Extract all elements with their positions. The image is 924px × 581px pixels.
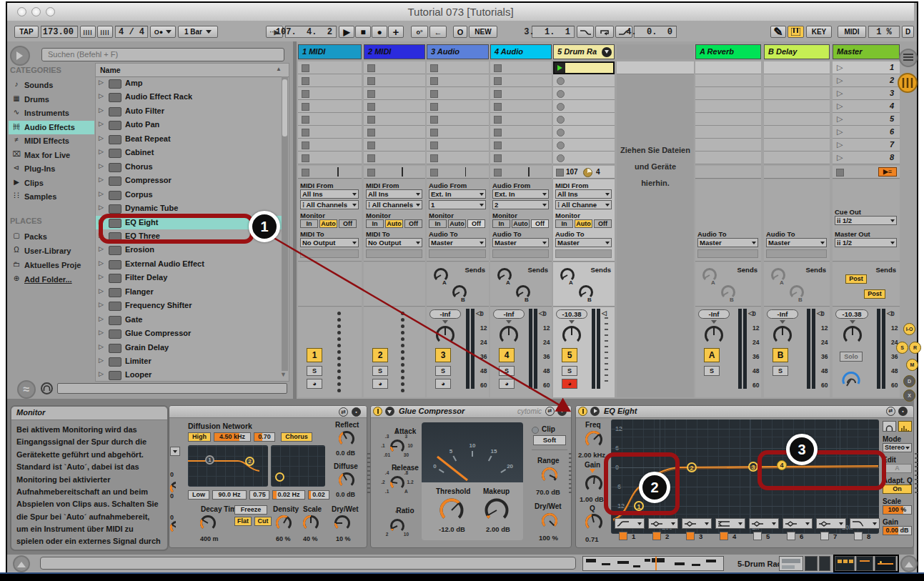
clip-stop-button[interactable] — [430, 141, 438, 149]
browser-item-corpus[interactable]: ▷Corpus — [96, 188, 283, 202]
band-6-activate-checkbox[interactable] — [787, 532, 795, 540]
input-type-chooser[interactable]: All Ins — [366, 189, 422, 199]
browser-item-beat-repeat[interactable]: ▷Beat Repeat — [96, 132, 283, 146]
diffusion-eq-display[interactable]: 12 — [188, 445, 268, 487]
preview-headphone-icon[interactable] — [41, 382, 53, 394]
clip-slot[interactable] — [695, 139, 761, 152]
pan-knob[interactable] — [842, 324, 863, 346]
clip-slot[interactable] — [364, 87, 425, 100]
density-knob[interactable] — [274, 514, 293, 532]
sidebar-item-packs[interactable]: ▢Packs — [9, 230, 94, 244]
band-1-activate-checkbox[interactable] — [619, 532, 627, 540]
mode-chooser[interactable]: Stereo — [883, 443, 912, 452]
sidebar-item-samples[interactable]: ᎒᎒Samples — [9, 190, 94, 204]
send-b-knob[interactable] — [720, 284, 737, 301]
input-type-chooser[interactable]: Ext. In — [492, 189, 549, 199]
scene-slot[interactable]: ▷3 — [833, 87, 900, 100]
low-freq-value[interactable]: 90.0 Hz — [212, 490, 247, 500]
send-a-knob[interactable] — [432, 267, 449, 284]
sidebar-item-user-library[interactable]: ΩUser-Library — [9, 244, 94, 258]
scene-slot[interactable]: ▷6 — [833, 126, 900, 139]
clip-stop-button[interactable] — [367, 129, 375, 136]
diffuse-knob[interactable] — [337, 471, 356, 490]
chorus-amount-value[interactable]: 0.02 — [308, 490, 329, 500]
input-channel-chooser[interactable]: 1 — [429, 200, 486, 209]
input-channel-chooser[interactable]: 2 — [492, 200, 549, 209]
session-record-button[interactable]: o° — [411, 26, 428, 38]
tempo-field[interactable]: 173.00 — [41, 26, 78, 38]
session-overview-icon[interactable] — [899, 49, 918, 67]
monitor-auto-button[interactable]: Auto — [575, 219, 592, 228]
cut-button[interactable]: Cut — [254, 517, 272, 526]
gain-knob[interactable] — [584, 474, 604, 494]
volume-value[interactable]: -Inf — [493, 309, 525, 319]
capture-new-button[interactable]: NEW — [469, 26, 497, 38]
input-type-chooser[interactable]: All Ins — [300, 189, 359, 199]
high-q-value[interactable]: 0.70 — [254, 432, 275, 442]
clip-slot[interactable] — [490, 139, 552, 152]
scene-slot[interactable]: ▷7 — [833, 139, 900, 152]
browser-item-flanger[interactable]: ▷Flanger — [96, 285, 283, 299]
spectrum-button[interactable] — [898, 421, 912, 432]
monitor-off-button[interactable]: Off — [404, 219, 422, 228]
clip-stop-button[interactable] — [494, 154, 502, 162]
browser-item-external-audio-effect[interactable]: ▷External Audio Effect — [96, 257, 283, 271]
sidebar-item-instruments[interactable]: ∿Instruments — [9, 106, 94, 120]
output-chooser[interactable]: No Output — [300, 238, 359, 247]
decay-time-knob[interactable] — [199, 514, 217, 532]
clip-slot[interactable] — [298, 74, 362, 87]
arm-button[interactable]: ◕ — [435, 379, 451, 389]
cue-post-b-button[interactable]: Post — [864, 289, 885, 299]
chorus-node[interactable] — [275, 472, 284, 482]
clip-slot[interactable] — [490, 61, 552, 74]
scene-play-icon[interactable]: ▷ — [837, 101, 843, 111]
browser-item-filter-delay[interactable]: ▷Filter Delay — [96, 271, 283, 284]
disclosure-icon[interactable]: ▷ — [99, 176, 104, 183]
pan-knob[interactable] — [434, 324, 456, 346]
master-out-chooser[interactable]: ii 1/2 — [835, 238, 897, 247]
disclosure-icon[interactable]: ▷ — [99, 218, 104, 225]
cue-volume-knob[interactable] — [840, 367, 863, 390]
clip-slot[interactable] — [695, 113, 761, 126]
mixer-toggle-m[interactable]: M — [906, 359, 918, 371]
clip-record-button[interactable] — [557, 129, 565, 136]
disclosure-icon[interactable]: ▷ — [99, 148, 104, 155]
pan-knob[interactable] — [561, 324, 582, 346]
output-chooser[interactable]: Master — [697, 238, 758, 247]
scroll-down-icon[interactable]: ▼ — [280, 371, 287, 378]
clip-slot[interactable] — [695, 100, 761, 113]
clip-slot[interactable] — [695, 61, 761, 74]
sidebar-item-plug-ins[interactable]: ⊲Plug-Ins — [9, 162, 94, 176]
browser-item-grain-delay[interactable]: ▷Grain Delay — [96, 341, 283, 354]
mixer-toggle-d[interactable]: D — [903, 375, 915, 387]
master-track-header[interactable]: Master — [833, 44, 900, 59]
midi-map-button[interactable]: MIDI — [838, 26, 866, 38]
send-a-knob[interactable] — [770, 267, 787, 284]
solo-button[interactable]: S — [435, 366, 451, 376]
browser-item-auto-pan[interactable]: ▷Auto Pan — [96, 118, 283, 131]
clip-slot[interactable] — [764, 139, 830, 152]
clip-slot[interactable] — [298, 139, 362, 152]
clip-stop-button[interactable] — [494, 141, 502, 149]
monitor-off-button[interactable]: Off — [594, 219, 612, 228]
solo-button[interactable]: S — [773, 366, 788, 376]
send-a-knob[interactable] — [496, 267, 513, 284]
clip-stop-button[interactable] — [494, 129, 502, 136]
clip-record-button[interactable] — [557, 90, 565, 98]
disclosure-icon[interactable]: ▷ — [99, 357, 104, 364]
clip-slot[interactable] — [298, 100, 362, 113]
arm-button[interactable]: ◕ — [499, 379, 515, 389]
send-b-knob[interactable] — [515, 284, 532, 301]
arm-button[interactable]: ◕ — [562, 379, 577, 389]
browser-item-glue-compressor[interactable]: ▷Glue Compressor — [96, 327, 283, 340]
draw-mode-button[interactable]: ✎ — [770, 26, 786, 38]
browser-item-gate[interactable]: ▷Gate — [96, 313, 283, 327]
clip-stop-button[interactable] — [302, 116, 309, 124]
browser-item-chorus[interactable]: ▷Chorus — [96, 160, 283, 174]
tap-tempo-button[interactable]: TAP — [14, 26, 39, 38]
filter-node-2[interactable]: 2 — [245, 457, 254, 466]
clip-slot[interactable] — [490, 100, 552, 113]
browser-item-cabinet[interactable]: ▷Cabinet — [96, 146, 283, 159]
disclosure-icon[interactable]: ▷ — [99, 190, 104, 197]
clip-slot[interactable] — [427, 139, 489, 152]
